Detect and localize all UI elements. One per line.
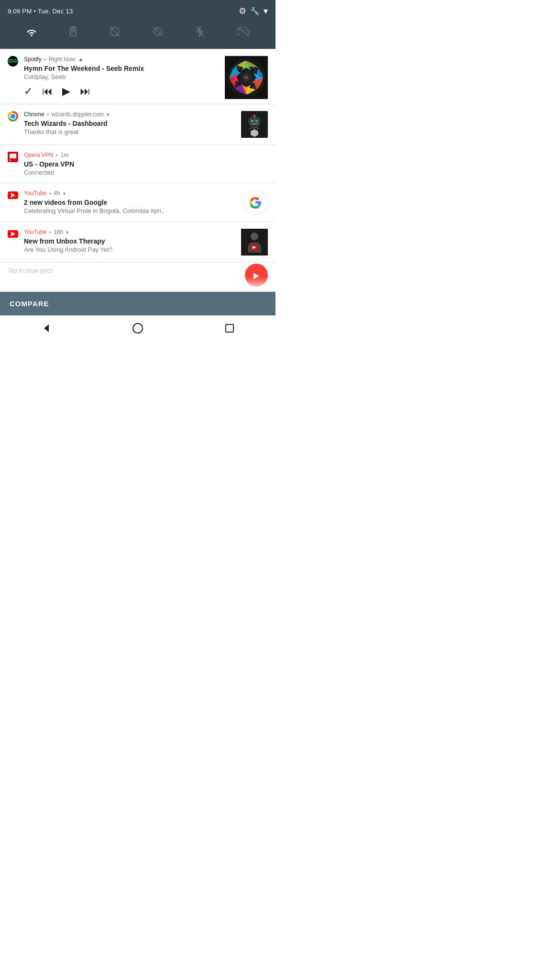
youtube1-subtitle: Celebrating Virtual Pride in Bogotà, Col…: [24, 207, 237, 214]
svg-point-0: [31, 34, 33, 36]
spotify-dot: [44, 59, 46, 60]
spotify-app-name: Spotify: [24, 56, 42, 63]
spotify-content: Spotify Right Now ▲ Hymn For The Weekend…: [24, 56, 219, 98]
lyrics-content: Tap to show lyrics: [8, 267, 268, 274]
youtube1-time: 4h: [54, 190, 60, 197]
spotify-check-icon[interactable]: ✓: [24, 85, 33, 98]
spotify-next-icon[interactable]: ⏭: [80, 85, 90, 98]
youtube2-time: 18h: [54, 229, 63, 235]
rotate-icon[interactable]: [153, 26, 163, 40]
opera-vpn-header: Opera VPN 1m: [24, 152, 268, 158]
youtube-notification-1: YouTube 4h ▾ 2 new videos from Google Ce…: [0, 183, 276, 222]
status-sep: •: [33, 8, 38, 15]
svg-point-32: [251, 233, 258, 240]
youtube1-title: 2 new videos from Google: [24, 199, 237, 206]
spotify-controls: ✓ ⏮ ▶ ⏭: [24, 85, 219, 98]
spotify-play-icon[interactable]: ▶: [62, 85, 70, 98]
home-button[interactable]: [132, 323, 143, 337]
opera-dot: [56, 155, 57, 156]
youtube2-dot: [49, 232, 51, 233]
chrome-thumb: [241, 111, 268, 138]
opera-vpn-notification: Opera VPN 1m US - Opera VPN Connected: [0, 145, 276, 183]
svg-rect-24: [251, 120, 253, 122]
opera-vpn-content: Opera VPN 1m US - Opera VPN Connected: [24, 152, 268, 176]
quick-settings-row: [0, 20, 276, 49]
youtube2-content: YouTube 18h ▾ New from Unbox Therapy Are…: [24, 229, 235, 253]
youtube1-chevron: ▾: [63, 191, 66, 196]
svg-point-36: [133, 323, 143, 333]
youtube1-content: YouTube 4h ▾ 2 new videos from Google Ce…: [24, 190, 237, 214]
svg-rect-3: [71, 28, 75, 33]
nav-bar: [0, 315, 276, 344]
status-bar-right: ⚙ 🔧 ▾: [239, 6, 268, 16]
youtube1-header: YouTube 4h ▾: [24, 190, 237, 197]
youtube2-subtitle: Are You Using Android Pay Yet?: [24, 246, 235, 253]
spotify-header: Spotify Right Now ▲: [24, 56, 219, 63]
status-date: Tue, Dec 13: [38, 8, 73, 15]
wrench-icon[interactable]: 🔧: [250, 7, 260, 16]
youtube-icon-1: [8, 191, 18, 199]
svg-rect-30: [10, 159, 11, 161]
dnd-icon[interactable]: [110, 26, 120, 40]
settings-icon[interactable]: ⚙: [239, 6, 246, 16]
chrome-dot: [47, 114, 49, 115]
youtube1-app-name: YouTube: [24, 190, 46, 197]
recents-button[interactable]: [224, 323, 235, 337]
spotify-prev-icon[interactable]: ⏮: [42, 85, 53, 98]
youtube2-chevron: ▾: [66, 230, 68, 235]
svg-line-7: [154, 27, 162, 36]
opera-vpn-title: US - Opera VPN: [24, 160, 268, 168]
unbox-therapy-thumb: [241, 229, 268, 256]
status-time: 9:09 PM: [8, 8, 32, 15]
opera-vpn-app-name: Opera VPN: [24, 152, 53, 158]
spotify-title: Hymn For The Weekend - Seeb Remix: [24, 65, 219, 72]
svg-point-28: [253, 114, 255, 116]
opera-vpn-icon: [8, 152, 18, 162]
chrome-header: Chrome wizards.drippler.com ▾: [24, 111, 235, 118]
svg-point-20: [245, 76, 248, 79]
chevron-down-icon[interactable]: ▾: [264, 6, 268, 16]
svg-rect-29: [10, 154, 16, 158]
youtube-notification-2: YouTube 18h ▾ New from Unbox Therapy Are…: [0, 222, 276, 262]
spotify-chevron: ▲: [78, 56, 84, 63]
svg-rect-25: [255, 120, 258, 122]
spotify-icon: [8, 56, 18, 67]
google-g-icon: [243, 190, 268, 215]
youtube2-app-name: YouTube: [24, 229, 46, 235]
youtube2-header: YouTube 18h ▾: [24, 229, 235, 235]
wifi-icon[interactable]: [26, 27, 37, 39]
youtube1-dot: [49, 193, 51, 194]
spotify-artist: Coldplay, Seeb: [24, 73, 219, 80]
svg-marker-35: [44, 324, 49, 332]
youtube2-title: New from Unbox Therapy: [24, 237, 235, 245]
lyrics-text: Tap to show lyrics: [8, 267, 268, 274]
opera-vpn-time: 1m: [60, 152, 68, 158]
flash-off-icon[interactable]: [196, 26, 204, 40]
youtube-icon-2: [8, 230, 18, 238]
album-art: [225, 56, 268, 99]
compare-label: COMPARE: [10, 300, 49, 308]
spotify-status: Right Now: [49, 56, 75, 63]
opera-vpn-subtitle: Connected: [24, 169, 268, 176]
svg-rect-37: [226, 324, 233, 332]
chrome-content: Chrome wizards.drippler.com ▾ Tech Wizar…: [24, 111, 235, 135]
battery-icon[interactable]: [70, 26, 77, 40]
chrome-chevron: ▾: [107, 112, 109, 117]
lyrics-notification: Tap to show lyrics: [0, 263, 276, 291]
chrome-subtitle: Thanks that is great: [24, 128, 235, 135]
chrome-icon: [8, 111, 18, 122]
chrome-notification: Chrome wizards.drippler.com ▾ Tech Wizar…: [0, 104, 276, 145]
cloud-off-icon[interactable]: [237, 26, 250, 40]
spotify-notification: Spotify Right Now ▲ Hymn For The Weekend…: [0, 49, 276, 104]
status-time-date: 9:09 PM • Tue, Dec 13: [8, 8, 73, 15]
status-bar: 9:09 PM • Tue, Dec 13 ⚙ 🔧 ▾: [0, 0, 276, 20]
compare-bar[interactable]: COMPARE: [0, 292, 276, 315]
svg-rect-26: [252, 123, 257, 124]
back-button[interactable]: [40, 323, 52, 337]
chrome-app-name: Chrome: [24, 111, 44, 118]
chrome-url: wizards.drippler.com: [52, 111, 104, 118]
chrome-title: Tech Wizards - Dashboard: [24, 120, 235, 127]
